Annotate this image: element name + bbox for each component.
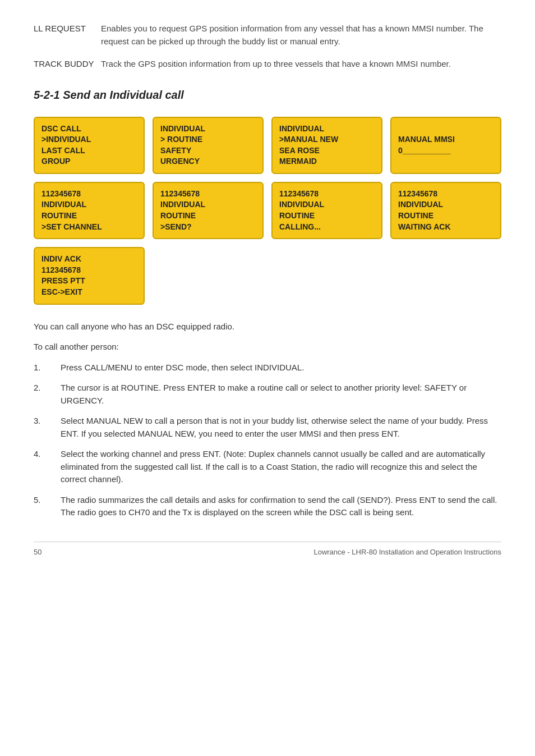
footer: 50 Lowrance - LHR-80 Installation and Op… xyxy=(34,542,501,558)
lcd-box-1-1: DSC CALL>INDIVIDUALLAST CALLGROUP xyxy=(34,117,145,174)
step-5: 5. The radio summarizes the call details… xyxy=(34,494,501,519)
lcd-box-1-2: INDIVIDUAL> ROUTINESAFETYURGENCY xyxy=(153,117,264,174)
step-1-text: Press CALL/MENU to enter DSC mode, then … xyxy=(61,361,501,374)
steps-list: 1. Press CALL/MENU to enter DSC mode, th… xyxy=(34,361,501,519)
section-heading: 5-2-1 Send an Individual call xyxy=(34,86,501,103)
lcd-spacer-2 xyxy=(271,247,382,304)
lcd-box-1-3: INDIVIDUAL>MANUAL NEWSEA ROSEMERMAID xyxy=(271,117,382,174)
step-1-num: 1. xyxy=(34,361,61,374)
definition-track-buddy: TRACK BUDDY Track the GPS position infor… xyxy=(34,58,501,71)
lcd-box-2-2: 112345678INDIVIDUALROUTINE>SEND? xyxy=(153,182,264,239)
step-2-num: 2. xyxy=(34,382,61,407)
desc-track-buddy: Track the GPS position information from … xyxy=(101,58,501,71)
step-5-text: The radio summarizes the call details an… xyxy=(61,494,501,519)
lcd-box-2-4: 112345678INDIVIDUALROUTINEWAITING ACK xyxy=(390,182,501,239)
step-3: 3. Select MANUAL NEW to call a person th… xyxy=(34,415,501,440)
footer-title: Lowrance - LHR-80 Installation and Opera… xyxy=(313,547,501,558)
lcd-box-2-3: 112345678INDIVIDUALROUTINECALLING... xyxy=(271,182,382,239)
prose-intro1: You can call anyone who has an DSC equip… xyxy=(34,320,501,333)
lcd-spacer-1 xyxy=(153,247,264,304)
step-1: 1. Press CALL/MENU to enter DSC mode, th… xyxy=(34,361,501,374)
step-2: 2. The cursor is at ROUTINE. Press ENTER… xyxy=(34,382,501,407)
step-5-num: 5. xyxy=(34,494,61,519)
step-4-text: Select the working channel and press ENT… xyxy=(61,448,501,486)
lcd-row-1: DSC CALL>INDIVIDUALLAST CALLGROUP INDIVI… xyxy=(34,117,501,174)
step-2-text: The cursor is at ROUTINE. Press ENTER to… xyxy=(61,382,501,407)
prose-intro2: To call another person: xyxy=(34,341,501,354)
definition-ll-request: LL REQUEST Enables you to request GPS po… xyxy=(34,22,501,48)
step-4: 4. Select the working channel and press … xyxy=(34,448,501,486)
lcd-row-2: 112345678INDIVIDUALROUTINE>SET CHANNEL 1… xyxy=(34,182,501,239)
lcd-row-3: INDIV ACK112345678PRESS PTTESC->EXIT xyxy=(34,247,501,304)
step-3-num: 3. xyxy=(34,415,61,440)
desc-ll-request: Enables you to request GPS position info… xyxy=(101,22,501,48)
term-track-buddy: TRACK BUDDY xyxy=(34,58,101,71)
footer-page-num: 50 xyxy=(34,547,41,558)
term-ll-request: LL REQUEST xyxy=(34,22,101,48)
step-3-text: Select MANUAL NEW to call a person that … xyxy=(61,415,501,440)
lcd-box-3-1: INDIV ACK112345678PRESS PTTESC->EXIT xyxy=(34,247,145,304)
step-4-num: 4. xyxy=(34,448,61,486)
prose-section: You can call anyone who has an DSC equip… xyxy=(34,320,501,519)
lcd-box-1-4: MANUAL MMSI0___________ xyxy=(390,117,501,174)
lcd-spacer-3 xyxy=(390,247,501,304)
lcd-box-2-1: 112345678INDIVIDUALROUTINE>SET CHANNEL xyxy=(34,182,145,239)
